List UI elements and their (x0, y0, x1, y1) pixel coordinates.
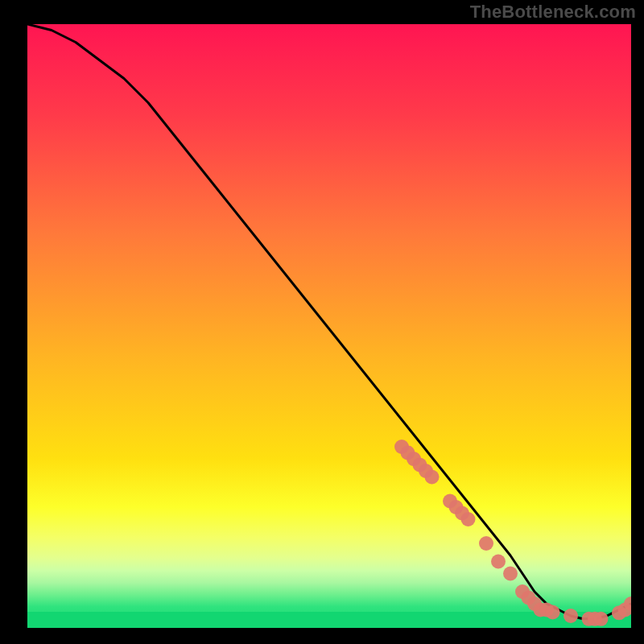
curve-marker (461, 512, 476, 526)
curve-marker (564, 609, 578, 623)
curve-marker (594, 612, 609, 626)
heat-background (27, 24, 631, 628)
curve-marker (503, 567, 518, 581)
curve-marker (546, 605, 560, 620)
curve-marker (425, 470, 440, 485)
chart-frame: TheBottleneck.com (0, 0, 644, 644)
bottleneck-chart (0, 0, 644, 644)
curve-marker (479, 536, 493, 551)
curve-marker (491, 555, 506, 569)
watermark-text: TheBottleneck.com (470, 2, 636, 23)
plot-area (27, 24, 638, 628)
curve-marker (624, 597, 638, 611)
